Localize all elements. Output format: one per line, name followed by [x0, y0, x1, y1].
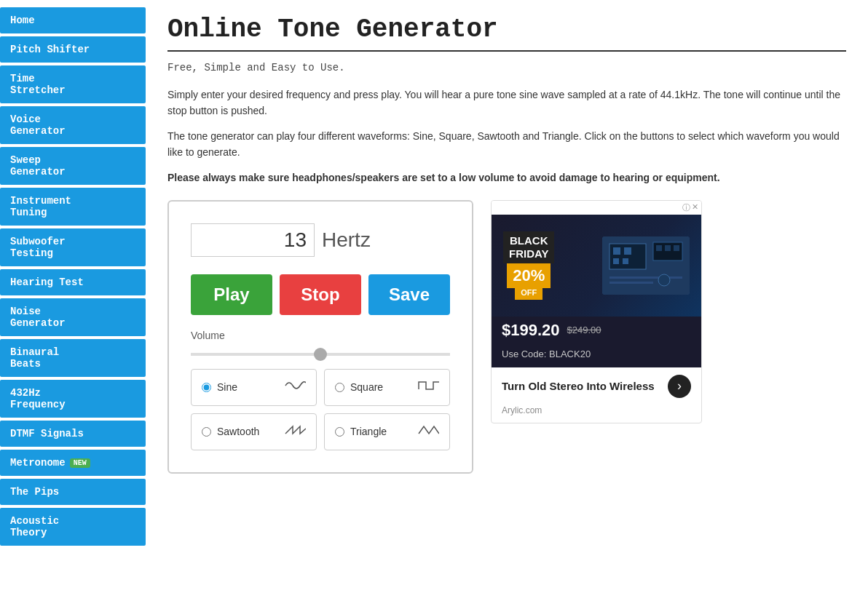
play-button[interactable]: Play	[191, 274, 272, 315]
waveform-icon-sine	[284, 378, 306, 397]
svg-rect-9	[674, 245, 679, 251]
waveform-label-sawtooth: Sawtooth	[217, 426, 284, 437]
sidebar-item-home[interactable]: Home	[0, 7, 146, 33]
svg-rect-7	[656, 245, 662, 251]
ad-use-code: Use Code: BLACK20	[502, 349, 591, 359]
waveform-label-triangle: Triangle	[350, 426, 417, 437]
new-badge: NEW	[70, 458, 90, 468]
sidebar-item-pitch-shifter[interactable]: Pitch Shifter	[0, 36, 146, 63]
sidebar-item-noise-generator[interactable]: NoiseGenerator	[0, 298, 146, 336]
waveform-icon-square	[417, 378, 439, 397]
sidebar-item-hearing-test[interactable]: Hearing Test	[0, 269, 146, 295]
waveform-grid: SineSquareSawtoothTriangle	[191, 369, 450, 450]
tone-generator-box: Hertz Play Stop Save Volume SineSquareSa…	[167, 200, 473, 474]
ad-source: Arylic.com	[492, 405, 701, 423]
svg-rect-10	[609, 276, 682, 279]
svg-rect-4	[613, 258, 619, 264]
waveform-sawtooth[interactable]: Sawtooth	[191, 413, 317, 450]
ad-price: $199.20	[502, 321, 560, 340]
sidebar-item-binaural-beats[interactable]: BinauralBeats	[0, 339, 146, 377]
ad-badge-area: BLACK FRIDAY 20% OFF	[503, 231, 554, 300]
waveform-radio-sawtooth[interactable]	[202, 427, 211, 437]
waveform-sine[interactable]: Sine	[191, 369, 317, 406]
ad-description-row: Turn Old Stereo Into Wireless ›	[492, 367, 701, 405]
waveform-square[interactable]: Square	[324, 369, 450, 406]
content-row: Hertz Play Stop Save Volume SineSquareSa…	[167, 200, 846, 474]
ad-info-button[interactable]: ⓘ	[682, 202, 690, 213]
main-content: Online Tone Generator Free, Simple and E…	[146, 0, 868, 609]
description-2: The tone generator can play four differe…	[167, 128, 846, 161]
frequency-input[interactable]	[191, 223, 315, 257]
waveform-triangle[interactable]: Triangle	[324, 413, 450, 450]
hertz-label: Hertz	[322, 228, 371, 252]
controls-row: Play Stop Save	[191, 274, 450, 315]
svg-point-12	[658, 274, 670, 286]
title-divider	[167, 50, 846, 52]
ad-price-row: $199.20 $249.00	[492, 317, 701, 344]
frequency-display: Hertz	[191, 223, 450, 257]
page-title: Online Tone Generator	[167, 15, 846, 44]
ad-header: ⓘ ✕	[492, 201, 701, 215]
ad-close-button[interactable]: ✕	[692, 202, 698, 213]
sidebar-item-the-pips[interactable]: The Pips	[0, 479, 146, 505]
svg-rect-3	[624, 247, 631, 255]
sidebar-item-acoustic-theory[interactable]: AcousticTheory	[0, 508, 146, 546]
ad-arrow-button[interactable]: ›	[668, 375, 691, 398]
sidebar-item-instrument-tuning[interactable]: InstrumentTuning	[0, 188, 146, 226]
sidebar-item-metronome[interactable]: MetronomeNEW	[0, 450, 146, 476]
waveform-label-sine: Sine	[217, 381, 284, 393]
ad-title: Turn Old Stereo Into Wireless	[502, 380, 660, 392]
svg-rect-8	[665, 245, 671, 251]
waveform-icon-triangle	[417, 423, 439, 441]
save-button[interactable]: Save	[368, 274, 450, 315]
off-text: OFF	[515, 288, 542, 300]
sidebar-item-time-stretcher[interactable]: TimeStretcher	[0, 65, 146, 103]
sidebar-item-dtmf-signals[interactable]: DTMF Signals	[0, 421, 146, 447]
waveform-icon-sawtooth	[284, 423, 306, 441]
ad-image-area: BLACK FRIDAY 20% OFF	[492, 215, 701, 317]
volume-label: Volume	[191, 330, 450, 341]
stop-button[interactable]: Stop	[280, 274, 361, 315]
volume-slider[interactable]	[191, 353, 450, 356]
warning-text: Please always make sure headphones/speak…	[167, 170, 846, 186]
svg-rect-11	[609, 282, 653, 284]
description-1: Simply enter your desired frequency and …	[167, 87, 846, 119]
waveform-radio-sine[interactable]	[202, 383, 211, 392]
svg-rect-2	[613, 247, 620, 255]
sidebar-item-sweep-generator[interactable]: SweepGenerator	[0, 147, 146, 185]
ad-product-image	[602, 236, 690, 295]
advertisement: ⓘ ✕ BLACK FRIDAY 20% OFF	[491, 200, 702, 423]
waveform-radio-square[interactable]	[335, 383, 344, 392]
waveform-radio-triangle[interactable]	[335, 427, 344, 437]
sidebar-item-voice-generator[interactable]: VoiceGenerator	[0, 106, 146, 144]
sidebar-item-432hz-frequency[interactable]: 432HzFrequency	[0, 380, 146, 418]
ad-code-area: Use Code: BLACK20	[492, 344, 701, 367]
discount-badge: 20%	[507, 263, 551, 288]
svg-rect-5	[623, 258, 628, 264]
waveform-label-square: Square	[350, 381, 417, 393]
black-friday-badge: BLACK FRIDAY	[503, 231, 554, 263]
subtitle: Free, Simple and Easy to Use.	[167, 62, 846, 73]
sidebar-item-subwoofer-testing[interactable]: SubwooferTesting	[0, 228, 146, 266]
svg-rect-6	[653, 242, 682, 260]
ad-original-price: $249.00	[567, 325, 601, 335]
sidebar: HomePitch ShifterTimeStretcherVoiceGener…	[0, 0, 146, 609]
